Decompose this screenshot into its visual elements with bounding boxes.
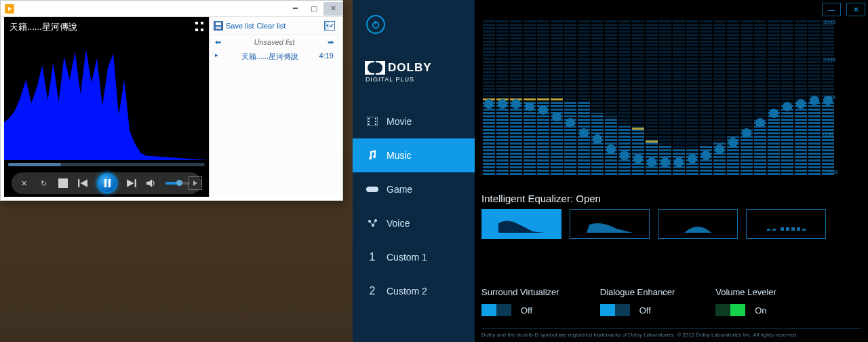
profile-item-game[interactable]: Game — [353, 172, 475, 206]
media-player-app-icon — [5, 4, 14, 14]
svg-rect-23 — [791, 227, 795, 231]
intelligent-eq-label: Intelligent Equalizer: Open — [481, 193, 601, 204]
svg-rect-22 — [786, 227, 789, 231]
svg-rect-10 — [368, 121, 370, 122]
eq-preset-open[interactable] — [481, 209, 561, 239]
feature-surround-virtualizer: Surround VirtualizerOff — [481, 287, 559, 316]
svg-rect-2 — [135, 179, 136, 187]
previous-button[interactable] — [77, 178, 88, 189]
svg-rect-1 — [78, 179, 79, 187]
toggle-switch[interactable] — [715, 304, 745, 316]
dolby-sidebar: DOLBY DIGITAL PLUS MovieMusicGameVoice1C… — [353, 0, 475, 342]
playlist-item[interactable]: 天籟......星河傳說 4:19 — [210, 50, 339, 64]
fullscreen-icon[interactable] — [194, 21, 205, 32]
switch-to-library-button[interactable] — [189, 176, 202, 190]
toggle-switch[interactable] — [481, 304, 511, 316]
brand-sub: DIGITAL PLUS — [366, 76, 475, 83]
playlist-prev-icon[interactable]: ⬅ — [215, 38, 221, 47]
feature-label: Dialogue Enhancer — [600, 287, 675, 297]
eq-preset-flat[interactable] — [746, 209, 826, 239]
playlist-options-dropdown[interactable]: ▾ — [324, 21, 335, 31]
feature-dialogue-enhancer: Dialogue EnhancerOff — [600, 287, 675, 316]
profile-item-custom1[interactable]: 1Custom 1 — [353, 240, 475, 274]
transport-controls: ✕ ↻ — [12, 172, 201, 194]
audio-visualization — [4, 36, 209, 160]
mute-button[interactable] — [146, 178, 157, 189]
profile-item-movie[interactable]: Movie — [353, 104, 475, 138]
svg-rect-5 — [216, 26, 221, 29]
playback-bar: 01:13 ✕ ↻ — [4, 160, 209, 197]
dolby-window-buttons: — ✕ — [822, 3, 865, 16]
brand-name: DOLBY — [388, 61, 432, 75]
profile-label: Movie — [387, 116, 412, 127]
minimize-button[interactable]: ━ — [285, 2, 304, 16]
svg-rect-14 — [375, 124, 376, 125]
svg-rect-0 — [58, 178, 68, 188]
eq-scale: 36dB24dB12dB0dB-12dB — [823, 18, 844, 176]
media-player-window: ━ ▢ ✕ 天籟......星河傳說 01:13 ✕ ↻ — [0, 0, 343, 201]
dolby-main: — ✕ 36dB24dB12dB0dB-12dB Intelligent Equ… — [475, 0, 868, 342]
legal-footnote: Dolby and the double-D symbol are regist… — [481, 328, 861, 338]
profile-label: Voice — [387, 218, 410, 229]
volume-slider[interactable] — [165, 182, 190, 185]
number-1: 1 — [366, 251, 378, 263]
number-2: 2 — [366, 285, 378, 297]
svg-rect-15 — [366, 187, 378, 192]
titlebar[interactable]: ━ ▢ ✕ — [1, 1, 342, 17]
playlist-next-icon[interactable]: ➡ — [328, 38, 334, 47]
feature-state: Off — [521, 305, 532, 316]
profile-label: Custom 2 — [387, 286, 427, 297]
svg-rect-25 — [802, 229, 806, 231]
eq-preset-focused[interactable] — [658, 209, 738, 239]
playlist-item-title: 天籟......星河傳說 — [241, 52, 298, 62]
playlist-toolbar: Save list Clear list ▾ — [210, 17, 339, 35]
seek-progress — [8, 163, 61, 166]
gamepad-icon — [366, 183, 378, 195]
feature-state: Off — [639, 305, 651, 316]
voice-icon — [366, 217, 378, 229]
now-playing-area: 天籟......星河傳說 01:13 ✕ ↻ — [4, 17, 209, 197]
svg-rect-9 — [368, 118, 370, 119]
dolby-close-button[interactable]: ✕ — [846, 3, 865, 16]
profile-label: Music — [387, 150, 412, 161]
svg-rect-20 — [772, 229, 776, 231]
eq-preset-rich[interactable] — [570, 209, 650, 239]
feature-volume-leveler: Volume LevelerOn — [715, 287, 776, 316]
dolby-minimize-button[interactable]: — — [822, 3, 841, 16]
seek-slider[interactable] — [8, 163, 205, 166]
feature-state: On — [755, 305, 766, 316]
svg-rect-24 — [797, 227, 800, 231]
stop-button[interactable] — [58, 178, 68, 189]
playlist-item-duration: 4:19 — [319, 52, 334, 62]
play-pause-button[interactable] — [97, 173, 117, 193]
dolby-dd-icon — [365, 61, 385, 75]
dolby-panel: DOLBY DIGITAL PLUS MovieMusicGameVoice1C… — [353, 0, 868, 342]
maximize-button[interactable]: ▢ — [304, 2, 323, 16]
profile-item-custom2[interactable]: 2Custom 2 — [353, 274, 475, 308]
next-button[interactable] — [126, 178, 137, 189]
close-button[interactable]: ✕ — [323, 2, 342, 16]
svg-rect-19 — [767, 229, 770, 231]
dolby-brand: DOLBY DIGITAL PLUS — [365, 61, 475, 83]
shuffle-button[interactable]: ✕ — [18, 178, 29, 189]
svg-rect-4 — [216, 22, 221, 25]
save-icon — [214, 21, 223, 31]
svg-rect-13 — [375, 121, 376, 122]
repeat-button[interactable]: ↻ — [38, 178, 49, 189]
equalizer-chart[interactable]: 36dB24dB12dB0dB-12dB — [481, 18, 844, 176]
clear-list-button[interactable]: Clear list — [257, 22, 286, 30]
profile-item-voice[interactable]: Voice — [353, 206, 475, 240]
eq-preset-row — [481, 209, 826, 239]
save-list-button[interactable]: Save list — [226, 22, 254, 30]
profile-label: Game — [387, 184, 412, 195]
feature-label: Surround Virtualizer — [481, 287, 559, 297]
note-icon — [366, 149, 378, 162]
profile-label: Custom 1 — [387, 252, 427, 263]
profile-item-music[interactable]: Music — [353, 138, 475, 172]
film-icon — [366, 115, 378, 128]
svg-rect-12 — [375, 118, 376, 119]
power-button[interactable] — [366, 15, 385, 34]
toggle-switch[interactable] — [600, 304, 630, 316]
svg-rect-21 — [781, 227, 784, 231]
playlist-nav: ⬅ Unsaved list ➡ — [210, 35, 339, 50]
